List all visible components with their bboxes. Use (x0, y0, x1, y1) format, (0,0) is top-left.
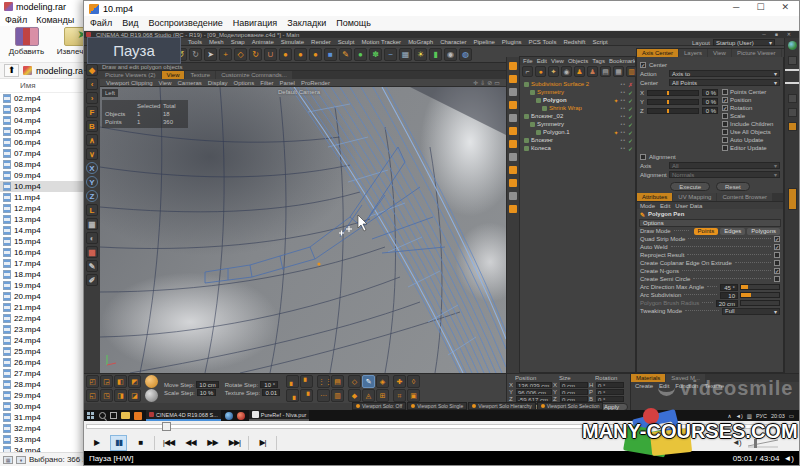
side-strip-icon[interactable] (509, 179, 517, 187)
axis-check-row[interactable]: Scale (722, 112, 780, 120)
transport-button[interactable]: ▮▮ (110, 435, 127, 451)
c4d-menu-item[interactable]: Script (592, 39, 607, 45)
object-row[interactable]: Блокинг_02 •• ✓ (520, 112, 635, 120)
position-value[interactable]: 96.006 cm (516, 389, 552, 395)
viewport-view-label[interactable]: Left (102, 89, 118, 97)
mode-icon[interactable]: Y (86, 176, 98, 188)
transport-button[interactable] (276, 436, 277, 450)
om-menu-item[interactable]: Tags (592, 58, 605, 64)
edge-icon[interactable] (788, 108, 797, 117)
c4d-menu-item[interactable]: Animate (252, 39, 274, 45)
rotation-value[interactable]: 0 ° (596, 396, 624, 402)
attr-menu-item[interactable]: User Data (675, 203, 702, 209)
alignment-dropdown[interactable]: Normals▾ (669, 171, 780, 178)
pen-check-row[interactable]: Auto Weld (637, 243, 783, 251)
side-strip-icon[interactable] (509, 88, 517, 96)
c4d-menu-item[interactable]: MoGraph (408, 39, 433, 45)
file-explorer-icon[interactable] (121, 412, 130, 419)
pen-check-row[interactable]: Create Semi Circle (637, 275, 783, 283)
c4d-menu-item[interactable]: Tools (188, 39, 202, 45)
om-icon[interactable]: ◉ (561, 66, 572, 77)
visibility-dots[interactable]: •• (620, 105, 626, 111)
axis-check-row[interactable]: Points Center (722, 88, 780, 96)
size-value[interactable]: 0 cm (560, 382, 588, 388)
mode-icon[interactable]: › (86, 92, 98, 104)
edge-tab[interactable] (788, 188, 797, 210)
viewport-menu-item[interactable]: Panel (280, 80, 295, 86)
axis-slider[interactable] (647, 108, 699, 114)
visibility-dots[interactable]: •• (620, 81, 626, 87)
side-strip-icon[interactable] (509, 205, 517, 213)
seek-thumb[interactable] (162, 422, 171, 431)
mode-icon[interactable]: ▦ (86, 218, 98, 230)
tweaking-mode-dropdown[interactable]: Full▾ (722, 308, 780, 315)
axis-tab[interactable]: View (708, 49, 731, 57)
c4d-menu-item[interactable]: Pipeline (473, 39, 494, 45)
c4d-tool-icon[interactable]: ➤ (204, 48, 217, 61)
transport-button[interactable]: ▶▶ (204, 435, 221, 451)
tray-sound-icon[interactable]: ◄) (736, 413, 743, 419)
attr-menu-item[interactable]: Mode (640, 203, 655, 209)
render-view-button[interactable] (145, 375, 158, 388)
action-dropdown[interactable]: Axis to▾ (669, 70, 780, 77)
om-menu-item[interactable]: View (551, 58, 564, 64)
mode-icon[interactable]: ✐ (86, 274, 98, 286)
c4d-viewport[interactable]: Left Default Camera SelectedTotal Object… (100, 87, 506, 373)
c4d-tool-icon[interactable]: ✽ (369, 48, 382, 61)
side-strip-icon[interactable] (509, 75, 517, 83)
tray-network-icon[interactable]: ▥ (747, 413, 752, 419)
object-row[interactable]: Polygon ✦ •• ✓ (520, 96, 635, 104)
pinned-app-icon[interactable] (134, 412, 142, 420)
axis-check-row[interactable]: Editor Update (722, 144, 780, 152)
c4d-tool-icon[interactable]: + (219, 48, 232, 61)
viewport-solo-button[interactable]: Viewport Solo: Off (352, 402, 406, 410)
add-button[interactable]: Добавить (4, 27, 49, 62)
visibility-dots[interactable]: •• (620, 113, 626, 119)
winrar-menu-item[interactable]: Команды (36, 15, 74, 25)
mode-icon[interactable]: ▩ (86, 246, 98, 258)
viewport-tab[interactable]: Picture Viewers (2) (100, 71, 161, 79)
c4d-tool-icon[interactable]: ◍ (459, 48, 472, 61)
draw-mode-button[interactable]: Points (694, 228, 719, 235)
c4d-tool-icon[interactable]: ~ (384, 48, 397, 61)
c4d-menu-item[interactable]: Snap (231, 39, 245, 45)
object-tag-icon[interactable]: ✦ (608, 97, 618, 104)
player-menu-item[interactable]: Навигация (233, 18, 277, 28)
slider-value[interactable]: 0 % (702, 107, 718, 114)
viewport-menu-item[interactable]: View (159, 80, 172, 86)
object-row[interactable]: Колеса •• ✓ (520, 144, 635, 152)
c4d-tool-icon[interactable]: ● (279, 48, 292, 61)
enable-check[interactable]: ✓ (628, 121, 633, 128)
transport-button[interactable] (154, 436, 155, 450)
arc-angle-value[interactable]: 45 ° (720, 284, 738, 291)
axis-check-row[interactable]: Rotation (722, 104, 780, 112)
c4d-menu-item[interactable]: Motion Tracker (361, 39, 401, 45)
position-value[interactable]: 136.039 cm (516, 382, 552, 388)
arc-subdivision-value[interactable]: 10 (720, 292, 738, 299)
c4d-menu-item[interactable]: Render (311, 39, 331, 45)
axis-check-row[interactable]: Include Children (722, 120, 780, 128)
up-folder-button[interactable]: ⬆ (4, 64, 19, 77)
attributes-tab[interactable]: Content Browser (717, 193, 772, 201)
mode-icon[interactable]: Z (86, 190, 98, 202)
center-checkbox[interactable] (640, 62, 646, 68)
om-icon[interactable]: ✦ (548, 66, 559, 77)
viewport-camera-label[interactable]: Default Camera (278, 89, 320, 95)
mode-icon[interactable]: ✎ (86, 260, 98, 272)
visibility-dots[interactable]: •• (620, 137, 626, 143)
viewport-menu-item[interactable]: Viewport Clipping (106, 80, 153, 86)
options-section[interactable]: Options (639, 219, 781, 227)
viewport-tab[interactable]: Texture (185, 71, 215, 79)
draw-mode-button[interactable]: Edges (720, 228, 745, 235)
mode-icon[interactable]: ∨ (86, 148, 98, 160)
object-tag-icon[interactable]: ✦ (608, 129, 618, 136)
taskbar-cinema4d[interactable]: CINEMA 4D R19.068 S... (146, 410, 221, 421)
c4d-tool-icon[interactable]: ☀ (414, 48, 427, 61)
object-row[interactable]: Polygon.1 ✦ •• ✓ (520, 128, 635, 136)
player-menu-item[interactable]: Воспроизведение (148, 18, 222, 28)
mode-icon[interactable]: ◆ (86, 64, 98, 76)
taskbar-pureref[interactable]: PureRef - Niva.pur (249, 410, 310, 421)
pen-check-row[interactable]: Quad Strip Mode (637, 235, 783, 243)
side-strip-icon[interactable] (509, 127, 517, 135)
mode-icon[interactable]: X (86, 162, 98, 174)
